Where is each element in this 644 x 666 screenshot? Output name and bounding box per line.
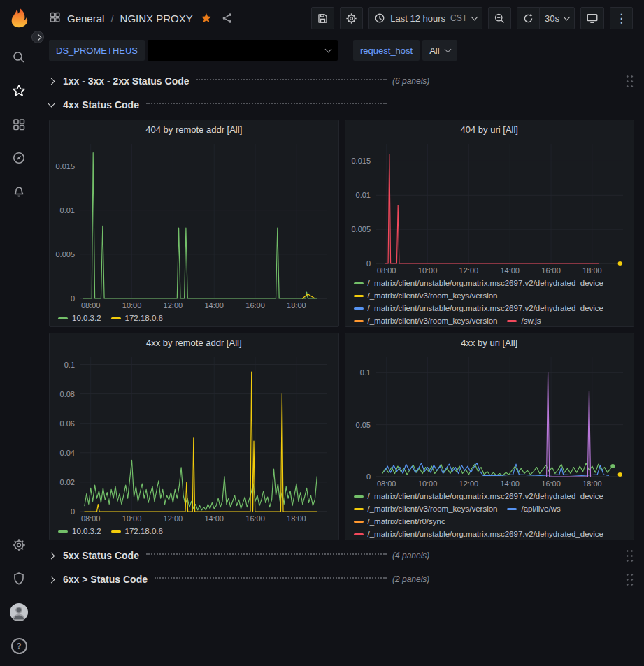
legend-series-label: /_matrix/client/v3/room_keys/version [368,290,498,301]
dashboards-icon[interactable] [7,113,31,136]
time-series-chart[interactable]: 08:0010:0012:0014:0016:0018:0000.020.040… [50,352,338,526]
breadcrumb-folder[interactable]: General [67,13,104,24]
svg-text:16:00: 16:00 [245,301,265,310]
row-dotted-leader [146,103,387,104]
time-series-chart[interactable]: 08:0010:0012:0014:0016:0018:0000.0050.01… [50,138,338,312]
tv-icon [586,12,599,24]
kebab-menu-button[interactable]: ⋮ [610,7,633,29]
panel-title[interactable]: 4xx by uri [All] [345,333,634,352]
legend-item[interactable]: /_matrix/client/unstable/org.matrix.msc2… [354,277,604,289]
settings-gear-icon [345,13,357,24]
legend-item[interactable]: /_matrix/client/unstable/org.matrix.msc2… [354,491,604,502]
legend-item[interactable]: /_matrix/client/unstable/org.matrix.msc2… [354,303,604,314]
legend-item[interactable]: /_matrix/client/v3/room_keys/version [354,503,498,514]
search-icon[interactable] [7,45,31,69]
grafana-logo[interactable] [7,6,31,30]
legend-item[interactable]: 10.0.3.2 [58,526,101,537]
expand-sidebar-button[interactable] [31,31,44,43]
chevron-down-icon [471,14,478,21]
legend-item[interactable]: 10.0.3.2 [58,312,101,324]
legend-item[interactable]: /sw.js [507,315,541,326]
row-drag-handle[interactable] [625,549,634,563]
svg-text:18:00: 18:00 [582,479,602,488]
row-header-4xx[interactable]: 4xx Status Code [49,96,634,114]
svg-text:0: 0 [366,259,370,268]
time-series-chart[interactable]: 08:0010:0012:0014:0016:0018:0000.0050.01… [345,138,634,277]
datasource-value-select[interactable] [148,40,338,61]
svg-text:12:00: 12:00 [459,266,478,275]
configuration-gear-icon[interactable] [7,533,31,557]
svg-text:0.04: 0.04 [60,449,75,457]
help-icon[interactable]: ? [7,634,31,658]
dashboard-settings-button[interactable] [340,7,363,29]
datasource-label[interactable]: DS_PROMETHEUS [49,40,145,61]
question-mark-icon: ? [11,638,27,654]
refresh-interval-dropdown[interactable]: 30s [539,7,575,29]
row-panel-count: (2 panels) [392,574,429,584]
grafana-app: ? General / NGINX PROXY [0,0,644,666]
user-avatar[interactable] [7,600,31,624]
legend-series-swatch [354,307,364,310]
panel-title[interactable]: 404 by uri [All] [345,120,634,138]
legend-item[interactable]: /_matrix/client/v3/room_keys/version [354,315,498,326]
svg-text:08:00: 08:00 [376,266,396,275]
row-drag-handle[interactable] [625,74,634,89]
row-header-1xx-3xx-2xx[interactable]: 1xx - 3xx - 2xx Status Code (6 panels) [49,72,634,90]
tv-mode-button[interactable] [580,7,604,29]
time-series-chart[interactable]: 08:0010:0012:0014:0016:0018:0000.050.1 [345,352,634,491]
request-host-label[interactable]: request_host [353,40,420,61]
avatar-circle-icon [10,603,28,621]
svg-text:0.06: 0.06 [60,419,75,428]
save-dashboard-button[interactable] [311,7,334,29]
svg-text:12:00: 12:00 [164,514,183,523]
svg-text:0.01: 0.01 [60,206,75,215]
row-header-6xx[interactable]: 6xx > Status Code (2 panels) [49,570,634,588]
svg-text:0.01: 0.01 [355,191,370,199]
svg-text:10:00: 10:00 [417,479,437,488]
row-header-5xx[interactable]: 5xx Status Code (4 panels) [49,546,634,565]
datasource-variable: DS_PROMETHEUS [49,40,338,61]
panel-legend: 10.0.3.2172.18.0.6 [50,526,338,540]
legend-item[interactable]: 172.18.0.6 [111,526,163,537]
request-host-select[interactable]: All [422,40,457,61]
svg-text:12:00: 12:00 [459,479,478,488]
share-icon[interactable] [220,12,235,24]
legend-item[interactable]: 172.18.0.6 [111,312,163,324]
refresh-button-group: 30s [517,7,575,29]
favorite-star-icon[interactable] [199,13,213,24]
zoom-out-button[interactable] [488,7,511,29]
panel-title[interactable]: 404 by remote addr [All] [50,120,338,138]
row-title: 1xx - 3xx - 2xx Status Code [63,75,189,87]
svg-text:0.02: 0.02 [60,478,75,486]
panel-title[interactable]: 4xx by remote addr [All] [50,333,338,352]
navbar: General / NGINX PROXY Last 12 hours [38,0,644,36]
chevron-down-icon [325,46,332,53]
row-title: 4xx Status Code [63,99,139,110]
alerting-bell-icon[interactable] [7,180,31,203]
sidebar: ? [0,0,38,666]
explore-compass-icon[interactable] [7,146,31,170]
starred-icon[interactable] [7,79,31,103]
legend-series-swatch [354,295,364,297]
svg-text:0.015: 0.015 [55,162,75,171]
legend-item[interactable]: /_matrix/client/unstable/org.matrix.msc2… [354,528,604,540]
legend-item[interactable]: /api/live/ws [507,503,560,514]
legend-series-swatch [354,495,364,498]
svg-text:0.08: 0.08 [60,390,75,398]
clock-icon [374,13,385,24]
legend-item[interactable]: /_matrix/client/v3/room_keys/version [354,290,498,301]
row-drag-handle[interactable] [625,572,634,587]
chevron-down-icon [564,14,571,21]
legend-series-label: 172.18.0.6 [125,312,163,324]
time-range-picker[interactable]: Last 12 hours CST [368,7,482,29]
panel-legend: 10.0.3.2172.18.0.6 [50,312,338,326]
admin-shield-icon[interactable] [7,567,31,591]
kebab-menu-icon: ⋮ [615,13,627,24]
svg-text:0: 0 [71,294,75,303]
legend-series-swatch [111,317,121,319]
legend-item[interactable]: /_matrix/client/r0/sync [354,516,445,527]
legend-series-label: 10.0.3.2 [72,312,101,324]
refresh-button[interactable] [517,7,540,29]
zoom-out-icon [494,13,506,24]
breadcrumb-dashboard-title: NGINX PROXY [120,13,193,24]
